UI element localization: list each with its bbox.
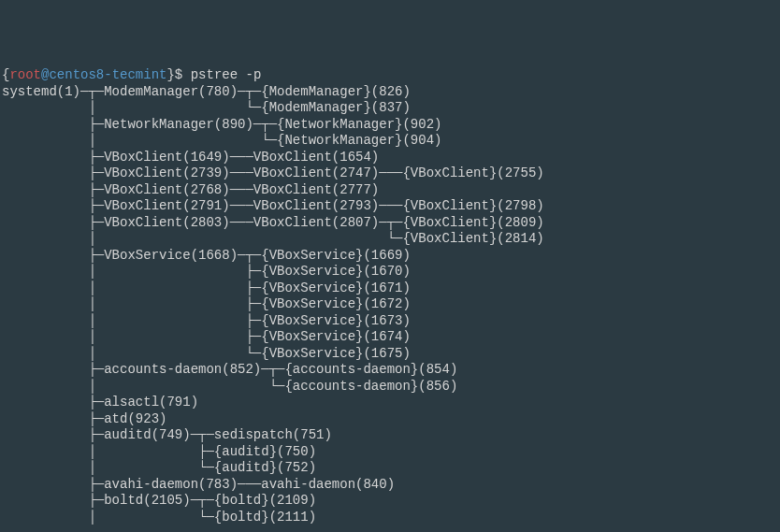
tree-output-line: │ └─{NetworkManager}(904) [2, 133, 441, 148]
tree-output-line: │ ├─{VBoxService}(1674) [2, 329, 411, 344]
tree-output-line: │ ├─{VBoxService}(1670) [2, 264, 411, 279]
tree-output-line: │ ├─{VBoxService}(1672) [2, 296, 411, 311]
tree-output-line: │ ├─{VBoxService}(1671) [2, 280, 411, 295]
tree-output-line: │ └─{VBoxService}(1675) [2, 346, 411, 361]
tree-output-line: ├─VBoxClient(2803)───VBoxClient(2807)─┬─… [2, 215, 544, 230]
tree-output-line: ├─VBoxClient(2739)───VBoxClient(2747)───… [2, 165, 544, 180]
tree-output-line: │ └─{ModemManager}(837) [2, 100, 411, 115]
command-text: pstree -p [191, 67, 262, 82]
tree-output-line: ├─boltd(2105)─┬─{boltd}(2109) [2, 493, 316, 508]
tree-output-line: │ ├─{VBoxService}(1673) [2, 313, 411, 328]
tree-output-line: ├─NetworkManager(890)─┬─{NetworkManager}… [2, 117, 441, 132]
tree-output-line: ├─atd(923) [2, 411, 166, 426]
prompt-close-bracket: } [166, 67, 174, 82]
tree-output-line: │ └─{auditd}(752) [2, 460, 316, 475]
tree-output-line: ├─auditd(749)─┬─sedispatch(751) [2, 427, 332, 442]
tree-output-line: │ ├─{auditd}(750) [2, 444, 316, 459]
tree-output-line: ├─VBoxService(1668)─┬─{VBoxService}(1669… [2, 248, 411, 263]
tree-output-line: │ └─{VBoxClient}(2814) [2, 231, 544, 246]
tree-output-line: ├─alsactl(791) [2, 395, 198, 410]
tree-output-line: ├─VBoxClient(2768)───VBoxClient(2777) [2, 182, 379, 197]
tree-output-line: ├─VBoxClient(2791)───VBoxClient(2793)───… [2, 198, 544, 213]
tree-output-line: systemd(1)─┬─ModemManager(780)─┬─{ModemM… [2, 84, 411, 99]
prompt-host: centos8-tecmint [49, 67, 166, 82]
terminal-window[interactable]: {root@centos8-tecmint}$ pstree -p system… [2, 67, 780, 532]
tree-output-line: ├─accounts-daemon(852)─┬─{accounts-daemo… [2, 362, 457, 377]
prompt-symbol: $ [175, 67, 191, 82]
tree-output-line: │ └─{accounts-daemon}(856) [2, 379, 457, 394]
prompt-line: {root@centos8-tecmint}$ pstree -p [2, 67, 261, 82]
tree-output-line: ├─avahi-daemon(783)───avahi-daemon(840) [2, 477, 395, 492]
tree-output-line: │ └─{boltd}(2111) [2, 510, 316, 525]
prompt-user: root [9, 67, 41, 82]
tree-output-line: ├─VBoxClient(1649)───VBoxClient(1654) [2, 150, 379, 165]
